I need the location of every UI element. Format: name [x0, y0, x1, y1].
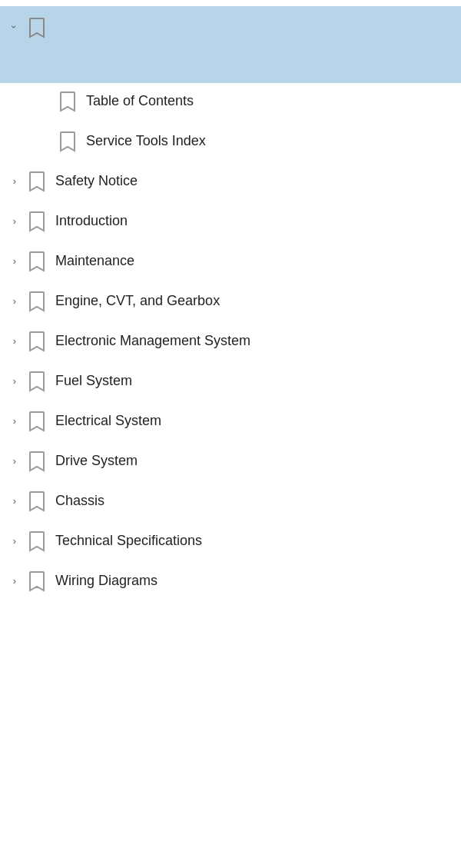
bookmark-icon: [26, 331, 48, 355]
item-label-table-of-contents: Table of Contents: [86, 91, 452, 110]
root-bookmark-icon: [26, 17, 48, 42]
tree-item-safety-notice[interactable]: › Safety Notice: [0, 163, 461, 203]
tree-item-service-tools-index[interactable]: Service Tools Index: [0, 123, 461, 163]
bookmark-icon: [26, 570, 48, 595]
bookmark-icon: [26, 530, 48, 555]
bookmark-icon: [26, 291, 48, 315]
bookmark-icon: [57, 131, 78, 155]
chevron-icon[interactable]: ›: [6, 372, 23, 389]
item-label-engine-cvt-gearbox: Engine, CVT, and Gearbox: [55, 291, 452, 310]
chevron-icon[interactable]: ›: [6, 572, 23, 589]
bookmark-icon: [26, 371, 48, 395]
tree-container: › Table of Contents Service Tools Index›…: [0, 0, 461, 609]
tree-root-item[interactable]: ›: [0, 6, 461, 83]
item-label-chassis: Chassis: [55, 491, 452, 510]
tree-item-introduction[interactable]: › Introduction: [0, 203, 461, 243]
item-label-wiring-diagrams: Wiring Diagrams: [55, 570, 452, 590]
bookmark-icon: [26, 451, 48, 475]
tree-item-wiring-diagrams[interactable]: › Wiring Diagrams: [0, 563, 461, 603]
item-label-technical-specifications: Technical Specifications: [55, 530, 452, 550]
item-label-service-tools-index: Service Tools Index: [86, 131, 452, 150]
chevron-icon[interactable]: ›: [6, 332, 23, 349]
item-label-safety-notice: Safety Notice: [55, 171, 452, 190]
chevron-icon[interactable]: ›: [6, 452, 23, 469]
root-chevron-icon[interactable]: ›: [6, 18, 23, 35]
tree-item-drive-system[interactable]: › Drive System: [0, 443, 461, 483]
item-label-drive-system: Drive System: [55, 451, 452, 470]
bookmark-icon: [26, 251, 48, 275]
bookmark-icon: [57, 91, 78, 115]
chevron-icon[interactable]: ›: [6, 532, 23, 549]
tree-item-fuel-system[interactable]: › Fuel System: [0, 363, 461, 403]
tree-item-electronic-management-system[interactable]: › Electronic Management System: [0, 323, 461, 363]
chevron-icon[interactable]: ›: [6, 412, 23, 429]
items-container: Table of Contents Service Tools Index› S…: [0, 83, 461, 603]
bookmark-icon: [26, 411, 48, 435]
chevron-icon[interactable]: ›: [6, 492, 23, 509]
item-label-electronic-management-system: Electronic Management System: [55, 331, 452, 350]
tree-item-engine-cvt-gearbox[interactable]: › Engine, CVT, and Gearbox: [0, 283, 461, 323]
item-label-maintenance: Maintenance: [55, 251, 452, 270]
bookmark-icon: [26, 491, 48, 515]
tree-item-technical-specifications[interactable]: › Technical Specifications: [0, 523, 461, 563]
bookmark-icon: [26, 211, 48, 235]
chevron-icon[interactable]: ›: [6, 252, 23, 269]
tree-item-table-of-contents[interactable]: Table of Contents: [0, 83, 461, 123]
item-label-electrical-system: Electrical System: [55, 411, 452, 430]
tree-item-maintenance[interactable]: › Maintenance: [0, 243, 461, 283]
bookmark-icon: [26, 171, 48, 195]
item-label-introduction: Introduction: [55, 211, 452, 230]
chevron-icon[interactable]: ›: [6, 212, 23, 229]
chevron-icon[interactable]: ›: [6, 172, 23, 189]
tree-item-chassis[interactable]: › Chassis: [0, 483, 461, 523]
tree-item-electrical-system[interactable]: › Electrical System: [0, 403, 461, 443]
chevron-icon[interactable]: ›: [6, 292, 23, 309]
item-label-fuel-system: Fuel System: [55, 371, 452, 390]
root-item-label: [55, 17, 452, 18]
